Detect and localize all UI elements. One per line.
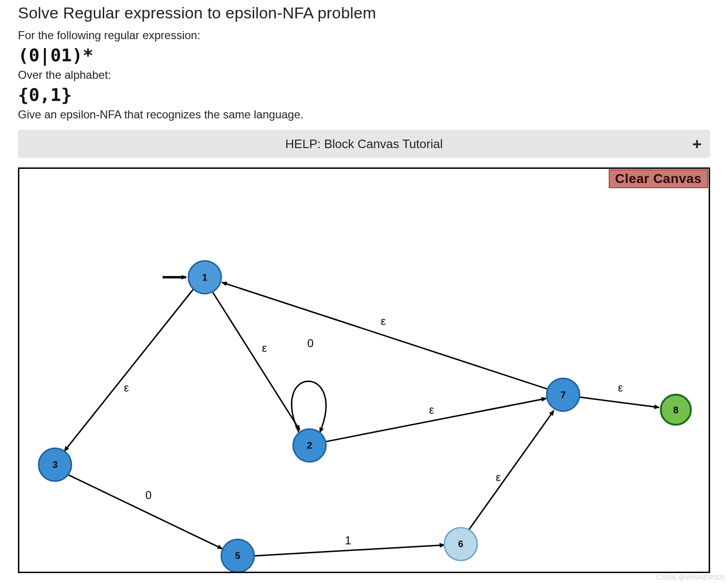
edge-1-2[interactable]: [213, 292, 299, 430]
state-node-3[interactable]: 3: [39, 448, 72, 481]
state-node-1-label: 1: [202, 272, 207, 283]
edge-2-7-label: ε: [429, 403, 434, 416]
expand-icon: +: [692, 135, 702, 153]
watermark: CSDN @WINNER505: [657, 574, 725, 581]
edge-3-5-label: 0: [145, 489, 151, 501]
state-node-8[interactable]: 8: [661, 395, 691, 425]
edge-1-3-label: ε: [124, 381, 129, 394]
edge-1-3[interactable]: [65, 290, 193, 451]
edge-5-6-label: 1: [345, 534, 351, 547]
canvas-area[interactable]: Clear Canvas ε ε 0 ε 0: [18, 167, 710, 573]
nfa-graph-svg: ε ε 0 ε 0 1 ε ε ε: [19, 169, 709, 572]
state-node-7-label: 7: [561, 390, 566, 400]
page-title: Solve Regular expression to epsilon-NFA …: [18, 4, 710, 22]
state-node-6[interactable]: 6: [444, 528, 477, 561]
edge-7-1-label: ε: [381, 315, 386, 327]
edge-6-7-label: ε: [496, 471, 501, 483]
state-node-8-label: 8: [673, 405, 678, 415]
regex-expression: (0|01)*: [18, 45, 710, 66]
state-node-3-label: 3: [52, 459, 58, 470]
state-node-2[interactable]: 2: [293, 429, 326, 462]
for-line: For the following regular expression:: [18, 29, 710, 42]
state-node-1[interactable]: 1: [189, 261, 222, 294]
edge-3-5[interactable]: [67, 474, 223, 549]
alphabet-set: {0,1}: [18, 84, 710, 105]
state-node-2-label: 2: [307, 440, 312, 450]
edge-7-8[interactable]: [579, 397, 659, 408]
state-node-5[interactable]: 5: [221, 540, 254, 572]
edge-1-2-label: ε: [262, 341, 267, 354]
edge-2-7[interactable]: [325, 399, 546, 442]
over-line: Over the alphabet:: [18, 68, 710, 82]
state-node-5-label: 5: [235, 550, 240, 561]
edge-7-8-label: ε: [618, 381, 623, 394]
state-node-7[interactable]: 7: [546, 378, 579, 411]
instruction-line: Give an epsilon-NFA that recognizes the …: [18, 108, 710, 121]
edge-2-2-label: 0: [307, 337, 314, 350]
help-label: HELP: Block Canvas Tutorial: [285, 137, 443, 151]
edge-7-1[interactable]: [222, 283, 547, 389]
state-node-6-label: 6: [458, 539, 463, 549]
help-accordion[interactable]: HELP: Block Canvas Tutorial +: [18, 130, 710, 158]
edge-6-7[interactable]: [469, 411, 554, 530]
